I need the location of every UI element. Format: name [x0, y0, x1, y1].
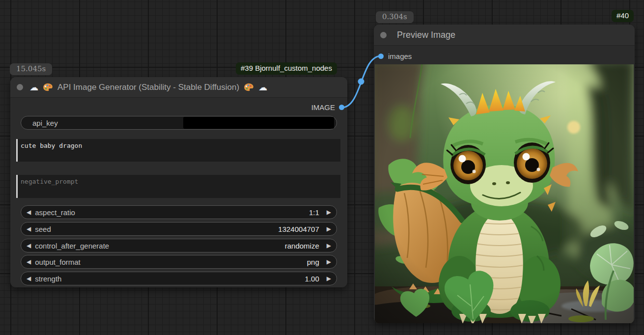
increment-arrow-icon[interactable]: ▶ [327, 276, 331, 281]
increment-arrow-icon[interactable]: ▶ [327, 243, 331, 249]
decrement-arrow-icon[interactable]: ◀ [27, 209, 31, 215]
widget-output-format[interactable]: ◀ output_format png ▶ [21, 255, 337, 269]
node-graph-canvas[interactable]: 15.045s #39 Bjornulf_custom_nodes 0.304s… [0, 0, 644, 335]
collapse-dot[interactable] [17, 84, 23, 90]
negative-prompt-textarea-wrap [16, 175, 340, 198]
increment-arrow-icon[interactable]: ▶ [327, 209, 331, 215]
images-input-label: images [388, 52, 412, 60]
image-output-slot[interactable] [339, 105, 344, 110]
node-id-badge: #39 Bjornulf_custom_nodes [236, 62, 337, 75]
prompt-textarea-wrap: cute baby dragon [16, 139, 340, 162]
widget-value[interactable]: 1.00 [305, 275, 319, 283]
widget-value[interactable]: png [307, 258, 319, 266]
decrement-arrow-icon[interactable]: ◀ [27, 243, 31, 249]
preview-image[interactable] [375, 64, 634, 323]
node-id-badge: #40 [612, 10, 634, 22]
widget-label: seed [35, 225, 51, 233]
widget-control-after-generate[interactable]: ◀ control_after_generate randomize ▶ [21, 239, 337, 252]
widget-aspect-ratio[interactable]: ◀ aspect_ratio 1:1 ▶ [21, 205, 337, 219]
cloud-icon: ☁ [258, 83, 267, 92]
widget-label: aspect_ratio [35, 208, 75, 217]
widget-value[interactable]: 1:1 [309, 208, 319, 217]
api-key-label: api_key [32, 119, 58, 127]
images-input-slot[interactable] [378, 54, 384, 59]
api-image-generator-node[interactable]: ☁ API Image Generator (Stability - Stabl… [10, 77, 347, 287]
decrement-arrow-icon[interactable]: ◀ [27, 259, 31, 265]
widget-value[interactable]: 1324004707 [278, 225, 319, 233]
widget-label: output_format [35, 258, 81, 266]
widget-value[interactable]: randomize [285, 242, 319, 250]
negative-prompt-textarea[interactable] [16, 175, 340, 198]
node-title: API Image Generator (Stability - Stable … [57, 83, 239, 92]
textarea-scrollbar[interactable] [16, 175, 18, 198]
preview-image-node[interactable]: Preview Image images [374, 25, 635, 323]
execution-time-badge: 15.045s [10, 63, 52, 75]
node-title-bar[interactable]: ☁ API Image Generator (Stability - Stabl… [10, 77, 347, 98]
execution-time-badge: 0.304s [376, 11, 414, 23]
prompt-textarea[interactable]: cute baby dragon [16, 139, 340, 162]
widget-label: control_after_generate [35, 242, 109, 250]
palette-icon [43, 83, 53, 91]
increment-arrow-icon[interactable]: ▶ [327, 226, 331, 232]
widget-label: strength [35, 275, 61, 283]
link-midpoint-dot[interactable] [358, 79, 364, 85]
node-title: Preview Image [397, 30, 455, 40]
widget-seed[interactable]: ◀ seed 1324004707 ▶ [21, 222, 337, 236]
textarea-scrollbar[interactable] [16, 139, 18, 162]
decrement-arrow-icon[interactable]: ◀ [27, 276, 31, 281]
increment-arrow-icon[interactable]: ▶ [327, 259, 331, 265]
node-title-bar[interactable]: Preview Image [374, 25, 635, 46]
api-key-redacted-value [183, 117, 334, 129]
decrement-arrow-icon[interactable]: ◀ [27, 226, 31, 232]
palette-icon [244, 83, 254, 91]
collapse-dot[interactable] [380, 32, 387, 38]
image-output-label: IMAGE [311, 103, 335, 112]
widget-strength[interactable]: ◀ strength 1.00 ▶ [21, 272, 337, 285]
cloud-icon: ☁ [29, 83, 38, 92]
dragon-image [375, 64, 634, 323]
api-key-field[interactable]: api_key [21, 116, 337, 130]
